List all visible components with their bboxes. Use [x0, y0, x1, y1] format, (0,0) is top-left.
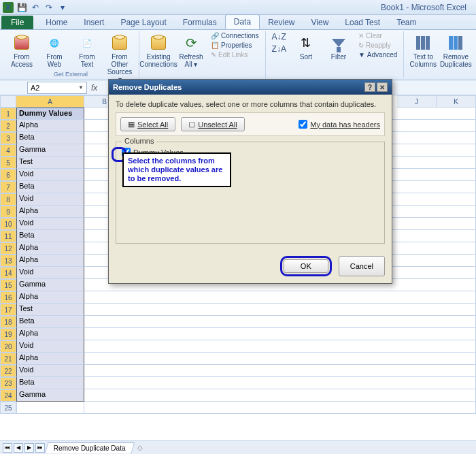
row-header[interactable]: 14: [0, 267, 16, 279]
dialog-titlebar[interactable]: Remove Duplicates ? ✕: [109, 80, 392, 95]
save-icon[interactable]: 💾: [16, 2, 27, 13]
ok-button[interactable]: OK: [284, 259, 328, 273]
table-row[interactable]: 16Alpha: [0, 291, 476, 304]
row-header[interactable]: 5: [0, 157, 16, 169]
tab-formulas[interactable]: Formulas: [175, 16, 225, 29]
row-header[interactable]: 22: [0, 365, 16, 377]
undo-icon[interactable]: ↶: [30, 2, 41, 13]
cell[interactable]: [84, 365, 476, 377]
row-header[interactable]: 10: [0, 218, 16, 230]
sort-za-button[interactable]: Z↓A: [270, 44, 288, 54]
tab-review[interactable]: Review: [260, 16, 303, 29]
table-row[interactable]: 25: [0, 402, 476, 414]
cell[interactable]: [84, 316, 476, 328]
table-row[interactable]: 20Void: [0, 340, 476, 353]
file-tab[interactable]: File: [1, 16, 33, 29]
tab-team[interactable]: Team: [388, 16, 424, 29]
sheet-nav-next[interactable]: ▶: [24, 443, 34, 453]
tab-view[interactable]: View: [303, 16, 337, 29]
row-header[interactable]: 24: [0, 389, 16, 402]
qat-more-icon[interactable]: ▾: [57, 2, 68, 13]
row-header[interactable]: 7: [0, 181, 16, 193]
refresh-all-button[interactable]: ⟳RefreshAll ▾: [176, 31, 206, 70]
cell[interactable]: Dummy Values: [16, 108, 84, 120]
col-header-k[interactable]: K: [437, 95, 476, 108]
cell[interactable]: Void: [16, 365, 84, 377]
row-header[interactable]: 8: [0, 193, 16, 206]
row-header[interactable]: 9: [0, 206, 16, 218]
sheet-nav-first[interactable]: ⏮: [3, 443, 12, 453]
row-header[interactable]: 6: [0, 169, 16, 181]
row-header[interactable]: 15: [0, 279, 16, 291]
row-header[interactable]: 17: [0, 304, 16, 316]
cell[interactable]: Void: [16, 218, 84, 230]
sheet-nav-last[interactable]: ⏭: [35, 443, 45, 453]
cell[interactable]: Alpha: [16, 328, 84, 340]
sort-az-button[interactable]: A↓Z: [270, 31, 288, 42]
cell[interactable]: [84, 389, 476, 402]
cell[interactable]: Alpha: [16, 206, 84, 218]
tab-home[interactable]: Home: [37, 16, 75, 29]
sheet-nav-prev[interactable]: ◀: [14, 443, 23, 453]
chevron-down-icon[interactable]: ▼: [78, 84, 84, 91]
cell[interactable]: Void: [16, 267, 84, 279]
properties-button[interactable]: 📋 Properties: [209, 41, 261, 50]
table-row[interactable]: 24Gamma: [0, 389, 476, 402]
cell[interactable]: [84, 304, 476, 316]
table-row[interactable]: 23Beta: [0, 377, 476, 389]
row-header[interactable]: 21: [0, 353, 16, 365]
help-icon[interactable]: ?: [364, 82, 375, 92]
cell[interactable]: Beta: [16, 132, 84, 144]
cell[interactable]: [16, 402, 84, 414]
cell[interactable]: Alpha: [16, 242, 84, 255]
cell[interactable]: [84, 340, 476, 353]
row-header[interactable]: 1: [0, 108, 16, 120]
cell[interactable]: Void: [16, 169, 84, 181]
headers-checkbox[interactable]: [299, 120, 307, 129]
cell[interactable]: [84, 377, 476, 389]
unselect-all-button[interactable]: ▢Unselect All: [181, 117, 244, 131]
remove-duplicates-button[interactable]: RemoveDuplicates: [441, 31, 471, 70]
table-row[interactable]: 19Alpha: [0, 328, 476, 340]
cell[interactable]: [84, 328, 476, 340]
cell[interactable]: Beta: [16, 316, 84, 328]
row-header[interactable]: 2: [0, 120, 16, 132]
redo-icon[interactable]: ↷: [44, 2, 54, 13]
row-header[interactable]: 3: [0, 132, 16, 144]
select-all-button[interactable]: ▦Select All: [120, 117, 175, 131]
cell[interactable]: Beta: [16, 230, 84, 242]
cell[interactable]: Test: [16, 157, 84, 169]
table-row[interactable]: 18Beta: [0, 316, 476, 328]
row-header[interactable]: 11: [0, 230, 16, 242]
headers-checkbox-wrap[interactable]: My data has headers: [299, 120, 380, 129]
cell[interactable]: Alpha: [16, 291, 84, 304]
cell[interactable]: Alpha: [16, 120, 84, 132]
select-all-corner[interactable]: [0, 95, 16, 108]
cell[interactable]: Alpha: [16, 353, 84, 365]
reapply-button[interactable]: ↻ Reapply: [356, 41, 399, 50]
col-header-a[interactable]: A: [16, 95, 84, 108]
text-to-columns-button[interactable]: Text toColumns: [408, 31, 438, 70]
row-header[interactable]: 18: [0, 316, 16, 328]
cell[interactable]: Gamma: [16, 389, 84, 402]
row-header[interactable]: 13: [0, 255, 16, 267]
cancel-button[interactable]: Cancel: [339, 256, 385, 276]
table-row[interactable]: 22Void: [0, 365, 476, 377]
cell[interactable]: Beta: [16, 377, 84, 389]
tab-data[interactable]: Data: [225, 14, 260, 29]
close-icon[interactable]: ✕: [377, 82, 388, 92]
table-row[interactable]: 21Alpha: [0, 353, 476, 365]
cell[interactable]: Alpha: [16, 255, 84, 267]
row-header[interactable]: 19: [0, 328, 16, 340]
cell[interactable]: Void: [16, 340, 84, 353]
existing-connections-button[interactable]: ExistingConnections: [143, 31, 173, 70]
col-header-j[interactable]: J: [397, 95, 437, 108]
cell[interactable]: Test: [16, 304, 84, 316]
tab-load-test[interactable]: Load Test: [337, 16, 388, 29]
filter-button[interactable]: Filter: [324, 31, 354, 63]
advanced-button[interactable]: ▼ Advanced: [356, 50, 399, 59]
sheet-tab[interactable]: Remove Duplicate Data: [45, 442, 135, 453]
cell[interactable]: [84, 353, 476, 365]
cell[interactable]: Gamma: [16, 144, 84, 157]
row-header[interactable]: 12: [0, 242, 16, 255]
